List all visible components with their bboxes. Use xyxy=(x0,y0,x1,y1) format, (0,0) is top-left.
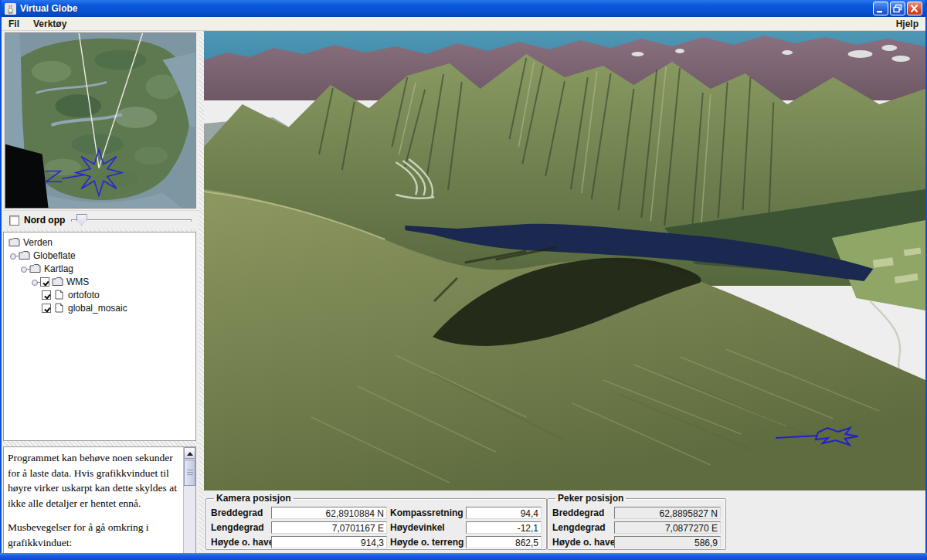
north-up-checkbox[interactable] xyxy=(9,216,19,226)
folder-icon xyxy=(19,250,30,260)
layer-checkbox-wms[interactable] xyxy=(40,277,49,287)
field-label: Høyde o. havet xyxy=(552,537,611,548)
layer-tree: Verden Globeflate Kartlag WMS o xyxy=(3,232,196,441)
arrow-up-icon xyxy=(187,452,193,456)
tree-expand-handle[interactable] xyxy=(9,251,19,260)
slider-thumb[interactable] xyxy=(76,214,87,226)
scrollbar-thumb[interactable] xyxy=(184,460,195,486)
help-scrollbar[interactable] xyxy=(183,447,195,560)
pointer-longitude-field[interactable]: 7,0877270 E xyxy=(614,521,721,534)
camera-heading-field[interactable]: 94,4 xyxy=(466,507,542,519)
camera-terrain-height-field[interactable]: 862,5 xyxy=(466,536,542,548)
camera-position-group: Kamera posisjon Breddegrad 62,8910884 N … xyxy=(205,493,547,550)
minimize-button[interactable] xyxy=(873,2,888,15)
file-icon xyxy=(53,290,65,300)
tree-node-label: WMS xyxy=(66,277,89,287)
terrain-render xyxy=(204,31,925,490)
folder-icon xyxy=(29,263,41,273)
north-up-label: Nord opp xyxy=(24,215,65,226)
tree-node-globeflate[interactable]: Globeflate xyxy=(4,249,195,262)
window-title: Virtual Globe xyxy=(20,3,871,14)
menu-bar: Fil Verktøy Hjelp xyxy=(2,17,925,31)
file-icon xyxy=(53,303,65,313)
field-label: Lengdegrad xyxy=(552,522,611,533)
java-app-icon xyxy=(5,3,16,15)
help-paragraph: Programmet kan behøve noen sekunder for … xyxy=(8,450,180,511)
menu-fil[interactable]: Fil xyxy=(2,19,26,29)
tree-expand-handle[interactable] xyxy=(31,277,40,287)
help-text-panel: Programmet kan behøve noen sekunder for … xyxy=(3,446,196,560)
camera-altitude-field[interactable]: 914,3 xyxy=(271,536,387,548)
menu-hjelp[interactable]: Hjelp xyxy=(889,19,925,29)
globe-3d-view[interactable] xyxy=(204,31,925,490)
tree-node-ortofoto[interactable]: ortofoto xyxy=(4,288,195,301)
folder-icon xyxy=(52,277,63,287)
field-label: Høydevinkel xyxy=(390,522,463,533)
overview-map[interactable] xyxy=(5,32,196,209)
tree-node-label: global_mosaic xyxy=(68,303,127,314)
folder-icon xyxy=(8,237,20,247)
scroll-up-button[interactable] xyxy=(184,447,195,459)
tree-node-label: ortofoto xyxy=(68,290,100,300)
field-label: Kompassretning xyxy=(390,507,463,518)
app-window: Virtual Globe Fil Verktøy Hjelp xyxy=(0,0,927,560)
status-area: Kamera posisjon Breddegrad 62,8910884 N … xyxy=(204,490,925,553)
help-paragraph: Musbevegelser for å gå omkring i grafikk… xyxy=(8,520,180,550)
pointer-position-title: Peker posisjon xyxy=(555,493,626,504)
tree-node-kartlag[interactable]: Kartlag xyxy=(4,262,195,275)
tree-node-global-mosaic[interactable]: global_mosaic xyxy=(4,301,195,314)
camera-position-title: Kamera posisjon xyxy=(214,493,294,504)
tree-node-verden[interactable]: Verden xyxy=(4,236,195,249)
slider-track[interactable] xyxy=(71,219,192,222)
layer-checkbox-global-mosaic[interactable] xyxy=(42,304,51,313)
left-panel: Nord opp Verden Globeflate Kartlag xyxy=(3,31,199,553)
close-button[interactable] xyxy=(907,2,922,15)
tree-expand-handle[interactable] xyxy=(20,264,29,273)
rotation-slider[interactable] xyxy=(71,213,192,227)
divider xyxy=(3,441,199,446)
field-label: Lengdegrad xyxy=(211,522,268,533)
north-control-row: Nord opp xyxy=(3,210,199,229)
field-label: Breddegrad xyxy=(211,507,268,518)
title-bar[interactable]: Virtual Globe xyxy=(2,0,925,17)
field-label: Høyde o. terreng xyxy=(390,537,463,548)
tree-node-label: Globeflate xyxy=(33,250,76,261)
pointer-altitude-field[interactable]: 586,9 xyxy=(614,536,721,548)
layer-checkbox-ortofoto[interactable] xyxy=(42,290,51,300)
pointer-latitude-field[interactable]: 62,8895827 N xyxy=(614,507,721,519)
field-label: Breddegrad xyxy=(552,507,611,518)
field-label: Høyde o. havet xyxy=(211,537,268,548)
tree-node-label: Kartlag xyxy=(44,263,73,274)
camera-pitch-field[interactable]: -12,1 xyxy=(466,521,542,534)
tree-node-label: Verden xyxy=(23,237,53,248)
help-text: Programmet kan behøve noen sekunder for … xyxy=(4,447,183,560)
overview-map-image xyxy=(5,33,195,208)
window-bottom-border xyxy=(0,553,927,560)
tree-node-wms[interactable]: WMS xyxy=(4,275,195,288)
pointer-position-group: Peker posisjon Breddegrad 62,8895827 N L… xyxy=(547,493,726,550)
camera-longitude-field[interactable]: 7,0701167 E xyxy=(271,521,387,534)
camera-latitude-field[interactable]: 62,8910884 N xyxy=(271,507,387,519)
maximize-button[interactable] xyxy=(890,2,905,15)
menu-verktoy[interactable]: Verktøy xyxy=(26,19,73,29)
